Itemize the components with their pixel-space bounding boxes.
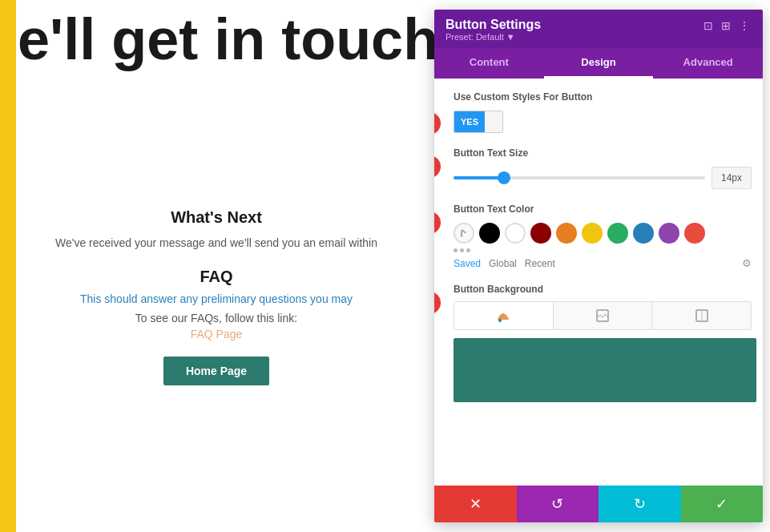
color-swatch-black[interactable] — [479, 223, 500, 244]
page-heading: e'll get in touch — [0, 0, 438, 71]
svg-point-3 — [498, 319, 502, 322]
faq-link-intro: To see our FAQs, follow this link: — [16, 312, 417, 324]
bg-type-image2[interactable] — [652, 302, 751, 329]
tab-design[interactable]: Design — [544, 48, 654, 79]
slider-thumb[interactable] — [498, 171, 510, 184]
bg-label: Button Background — [449, 284, 752, 295]
bg-type-color[interactable] — [454, 302, 554, 329]
step-2-circle: 2 — [434, 155, 441, 178]
color-swatch-white[interactable] — [505, 223, 526, 244]
svg-line-2 — [462, 230, 466, 233]
color-tab-saved[interactable]: Saved — [454, 258, 481, 269]
color-swatch-dark-red[interactable] — [530, 223, 551, 244]
toggle-no[interactable] — [485, 111, 502, 132]
more-icon[interactable]: ⋮ — [737, 18, 752, 34]
color-swatch-orange[interactable] — [556, 223, 577, 244]
content-section: What's Next We've received your message … — [0, 208, 433, 385]
text-color-field: 3 Button Text Color — [445, 204, 752, 269]
color-swatch-yellow[interactable] — [582, 223, 603, 244]
color-swatches-row — [449, 223, 752, 244]
bg-field: 4 Button Background — [445, 284, 752, 402]
resize-icon[interactable]: ⊡ — [702, 18, 715, 34]
custom-styles-label: Use Custom Styles For Button — [449, 91, 752, 103]
faq-page-link[interactable]: FAQ Page — [16, 328, 417, 341]
grid-icon[interactable]: ⊞ — [720, 18, 732, 34]
panel-header-icons: ⊡ ⊞ ⋮ — [702, 18, 752, 34]
panel-body: 1 Use Custom Styles For Button YES 2 — [434, 79, 763, 486]
eyedropper-icon[interactable] — [454, 223, 474, 244]
toggle-yes[interactable]: YES — [454, 111, 485, 132]
faq-title: FAQ — [16, 268, 417, 286]
whats-next-title: What's Next — [16, 208, 417, 227]
tab-content[interactable]: Content — [434, 48, 544, 79]
color-swatch-blue[interactable] — [633, 223, 654, 244]
slider-fill — [454, 176, 504, 179]
tab-advanced[interactable]: Advanced — [653, 48, 763, 79]
custom-styles-toggle: YES — [449, 111, 752, 133]
step-4-circle: 4 — [434, 292, 441, 314]
text-color-label: Button Text Color — [449, 204, 752, 215]
panel-tabs: Content Design Advanced — [434, 48, 763, 79]
bg-type-row — [454, 301, 752, 330]
undo-button[interactable]: ↺ — [517, 486, 599, 522]
cancel-button[interactable]: ✕ — [434, 486, 517, 522]
faq-description: This should answer any preliminary quest… — [16, 292, 417, 305]
bg-type-image1[interactable] — [554, 302, 653, 329]
panel-header: Button Settings Preset: Default ▼ ⊡ ⊞ ⋮ — [434, 10, 763, 48]
color-settings-gear-icon[interactable]: ⚙ — [742, 257, 752, 269]
step-3-circle: 3 — [434, 212, 441, 234]
more-dots[interactable] — [454, 248, 470, 252]
panel-title-group: Button Settings Preset: Default ▼ — [445, 18, 541, 42]
color-swatch-light-red[interactable] — [684, 223, 705, 244]
panel-title: Button Settings — [445, 18, 541, 32]
save-button[interactable]: ✓ — [681, 486, 764, 522]
text-size-slider-row: 14px — [449, 167, 752, 189]
description-text: We've received your message and we'll se… — [16, 235, 417, 252]
toggle-switch[interactable]: YES — [454, 111, 503, 133]
color-swatch-purple[interactable] — [659, 223, 679, 244]
home-page-button[interactable]: Home Page — [163, 357, 269, 385]
color-swatch-green[interactable] — [607, 223, 628, 244]
color-tab-recent[interactable]: Recent — [525, 258, 555, 269]
step-1-circle: 1 — [434, 112, 441, 135]
text-size-value: 14px — [712, 167, 752, 189]
text-size-label: Button Text Size — [449, 147, 752, 159]
bg-color-preview — [454, 338, 756, 402]
redo-button[interactable]: ↻ — [599, 486, 681, 522]
color-tabs-row: Saved Global Recent ⚙ — [449, 257, 752, 269]
panel-footer: ✕ ↺ ↻ ✓ — [434, 486, 763, 522]
text-size-field: 2 Button Text Size 14px — [445, 147, 752, 189]
panel-preset[interactable]: Preset: Default ▼ — [445, 32, 541, 42]
text-size-slider[interactable] — [454, 176, 705, 179]
button-settings-panel: Button Settings Preset: Default ▼ ⊡ ⊞ ⋮ … — [434, 10, 763, 522]
color-tab-global[interactable]: Global — [489, 258, 517, 269]
custom-styles-field: 1 Use Custom Styles For Button YES — [445, 91, 752, 133]
